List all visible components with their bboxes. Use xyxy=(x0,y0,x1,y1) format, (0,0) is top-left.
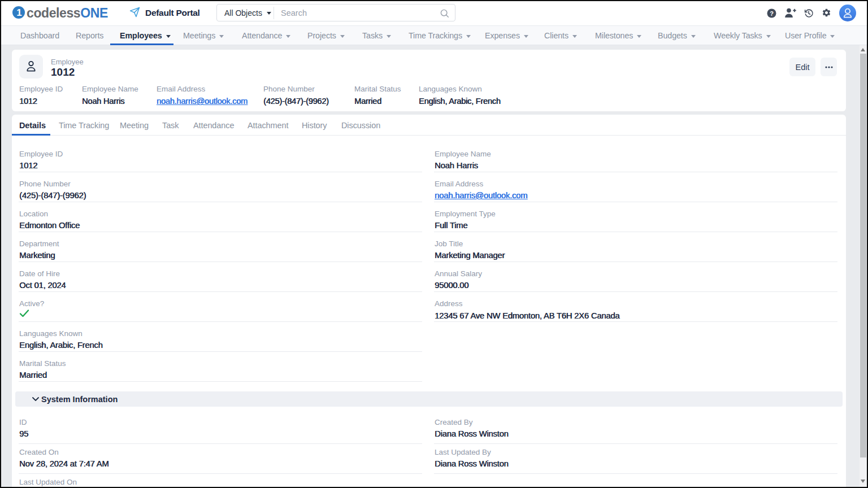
svg-text:?: ? xyxy=(770,10,774,17)
svg-text:1: 1 xyxy=(16,7,21,18)
